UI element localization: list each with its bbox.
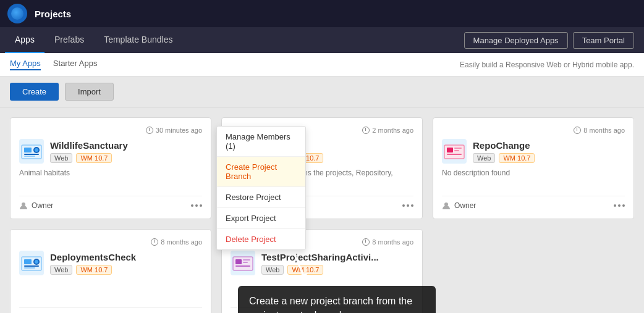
card-wildlife-owner: Owner [19, 201, 53, 210]
nav-tabs-right: Manage Deployed Apps Team Portal [464, 32, 639, 49]
card-testproject-header: TestProjectSharingActivi... Web WM 10.7 [231, 251, 413, 275]
tab-template-bundles[interactable]: Template Bundles [94, 27, 182, 53]
manage-deployed-button[interactable]: Manage Deployed Apps [464, 32, 568, 49]
dropdown-manage-members[interactable]: Manage Members (1) [217, 127, 305, 157]
nav-tabs: Apps Prefabs Template Bundles Manage Dep… [0, 27, 644, 53]
sub-nav: My Apps Starter Apps Easily build a Resp… [0, 53, 644, 77]
dropdown-restore-project[interactable]: Restore Project [217, 187, 305, 208]
card-wildlife-dots[interactable] [191, 204, 202, 207]
svg-rect-3 [24, 156, 35, 157]
svg-rect-30 [235, 265, 250, 267]
top-bar: Projects [0, 0, 644, 27]
svg-rect-14 [447, 148, 453, 152]
clock-icon-4 [151, 238, 158, 246]
card-deployments-desc [19, 280, 202, 300]
cards-area: 30 minutes ago WildlifeSanctuary Web WM … [0, 107, 644, 313]
svg-rect-17 [447, 154, 462, 155]
card-deployments: 8 months ago DeploymentsCheck Web WM 10.… [10, 229, 211, 313]
card-repochange-header: RepoChange Web WM 10.7 [442, 139, 625, 164]
svg-rect-28 [243, 259, 250, 261]
svg-rect-20 [24, 259, 32, 264]
card-wildlife-title: WildlifeSanctuary [50, 140, 128, 151]
dropdown-menu: Manage Members (1) Create Project Branch… [216, 126, 306, 250]
clock-icon-3 [574, 127, 581, 134]
card-deployments-title: DeploymentsCheck [50, 252, 136, 262]
card-testproject-icon [231, 251, 255, 275]
create-button[interactable]: Create [10, 83, 59, 101]
card-testproject-title: TestProjectSharingActivi... [261, 252, 379, 262]
svg-rect-16 [454, 150, 459, 151]
card-wildlife-time: 30 minutes ago [19, 127, 202, 134]
card-wildlife-info: WildlifeSanctuary Web WM 10.7 [50, 140, 128, 163]
badge-wm-5: WM 10.7 [287, 265, 323, 275]
person-icon-3 [442, 201, 451, 210]
card-deployments-info: DeploymentsCheck Web WM 10.7 [50, 252, 136, 275]
card-testproject-info: TestProjectSharingActivi... Web WM 10.7 [261, 252, 379, 275]
card-repochange-title: RepoChange [473, 140, 535, 151]
card-testproject-desc [231, 280, 413, 300]
team-portal-button[interactable]: Team Portal [573, 32, 634, 49]
svg-rect-29 [243, 262, 248, 263]
card-testproject-meta: Web WM 10.7 [261, 265, 379, 275]
svg-point-24 [35, 260, 38, 264]
card-repochange-desc: No description found [442, 169, 625, 188]
card-wildlife: 30 minutes ago WildlifeSanctuary Web WM … [10, 117, 211, 219]
svg-rect-15 [454, 148, 462, 149]
sub-nav-left: My Apps Starter Apps [10, 59, 97, 70]
tab-apps[interactable]: Apps [5, 27, 44, 53]
badge-web-4: Web [50, 265, 72, 275]
import-button[interactable]: Import [65, 83, 114, 101]
card-portal-dots[interactable] [402, 204, 413, 207]
tab-prefabs[interactable]: Prefabs [44, 27, 94, 53]
card-wildlife-footer: Owner [19, 196, 202, 210]
dropdown-create-branch[interactable]: Create Project Branch [217, 157, 305, 187]
card-repochange-footer: Owner [442, 196, 625, 210]
svg-point-5 [35, 148, 38, 152]
badge-web-3: Web [473, 153, 495, 163]
card-deployments-time: 8 months ago [19, 238, 202, 246]
card-repochange-owner: Owner [442, 201, 476, 210]
card-repochange-meta: Web WM 10.7 [473, 153, 535, 163]
card-repochange-dots[interactable] [614, 204, 625, 207]
person-icon [19, 201, 28, 210]
card-deployments-icon [19, 251, 44, 275]
subnav-starter-apps[interactable]: Starter Apps [53, 59, 98, 70]
card-wildlife-meta: Web WM 10.7 [50, 153, 128, 163]
svg-rect-2 [24, 154, 39, 155]
badge-wm-4: WM 10.7 [76, 265, 112, 275]
logo[interactable] [7, 4, 27, 23]
card-deployments-header: DeploymentsCheck Web WM 10.7 [19, 251, 202, 275]
page-title: Projects [35, 9, 71, 19]
action-bar: Create Import [0, 77, 644, 107]
card-wildlife-icon [19, 139, 44, 164]
badge-wm-3: WM 10.7 [499, 153, 535, 163]
dropdown-delete-project[interactable]: Delete Project [217, 229, 305, 249]
card-repochange-info: RepoChange Web WM 10.7 [473, 140, 535, 163]
svg-rect-1 [24, 148, 32, 152]
card-wildlife-header: WildlifeSanctuary Web WM 10.7 [19, 139, 202, 164]
nav-tabs-left: Apps Prefabs Template Bundles [5, 27, 182, 53]
card-repochange-time: 8 months ago [442, 127, 625, 134]
clock-icon [146, 127, 153, 134]
card-testproject-footer: Owner [231, 307, 413, 313]
svg-rect-27 [235, 259, 242, 264]
clock-icon-2 [362, 127, 370, 134]
card-repochange-icon [442, 139, 467, 164]
card-repochange: 8 months ago RepoChange Web WM 10.7 [433, 117, 634, 219]
logo-icon [11, 7, 23, 20]
subnav-tagline: Easily build a Responsive Web or Hybrid … [460, 61, 634, 69]
card-wildlife-desc: Animal habitats [19, 169, 202, 188]
badge-web-5: Web [261, 265, 284, 275]
badge-wm: WM 10.7 [76, 153, 112, 163]
clock-icon-5 [362, 238, 370, 246]
subnav-my-apps[interactable]: My Apps [10, 59, 41, 70]
card-deployments-footer: Owner [19, 307, 202, 313]
card-deployments-meta: Web WM 10.7 [50, 265, 136, 275]
svg-rect-21 [24, 265, 39, 267]
dropdown-export-project[interactable]: Export Project [217, 208, 305, 229]
badge-web: Web [50, 153, 72, 163]
svg-rect-22 [24, 267, 35, 269]
